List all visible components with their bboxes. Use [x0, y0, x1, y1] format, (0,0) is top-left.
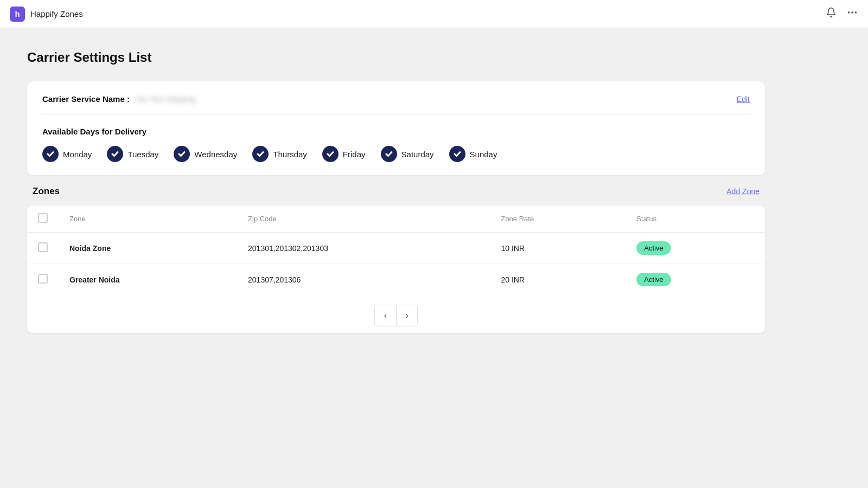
day-label-wednesday: Wednesday [194, 150, 237, 159]
day-item-sunday: Sunday [449, 146, 497, 162]
table-row: Greater Noida 201307,201306 20 INR Activ… [27, 264, 765, 296]
day-label-monday: Monday [63, 150, 92, 159]
topbar: h Happify Zones [0, 0, 868, 28]
carrier-name-row: Carrier Service Name : Tes Test Shipping… [42, 94, 750, 115]
day-check-saturday [381, 146, 397, 162]
day-check-tuesday [107, 146, 123, 162]
pagination-next-button[interactable]: › [396, 305, 418, 326]
table-header-row: Zone Zip Code Zone Rate Status [27, 206, 765, 233]
carrier-name-value: Tes Test Shipping [136, 95, 195, 104]
row-checkbox-cell [27, 264, 59, 296]
col-zonerate: Zone Rate [490, 206, 626, 233]
day-label-saturday: Saturday [401, 150, 434, 159]
status-badge: Active [636, 273, 671, 286]
page-title: Carrier Settings List [27, 50, 765, 65]
row-zipcode-1: 201307,201306 [237, 264, 490, 296]
row-zonerate-0: 10 INR [490, 233, 626, 264]
day-item-tuesday: Tuesday [107, 146, 158, 162]
svg-point-1 [851, 11, 853, 14]
day-item-saturday: Saturday [381, 146, 434, 162]
col-zipcode: Zip Code [237, 206, 490, 233]
day-item-thursday: Thursday [252, 146, 307, 162]
carrier-service-card: Carrier Service Name : Tes Test Shipping… [27, 81, 765, 175]
table-header-checkbox [27, 206, 59, 233]
more-options-icon[interactable] [846, 7, 858, 21]
row-zone-0: Noida Zone [59, 233, 237, 264]
pagination-prev-button[interactable]: ‹ [374, 305, 396, 326]
table-row: Noida Zone 201301,201302,201303 10 INR A… [27, 233, 765, 264]
zones-header: Zones Add Zone [27, 186, 765, 197]
day-check-wednesday [174, 146, 190, 162]
row-checkbox-1[interactable] [38, 274, 48, 284]
delivery-days-title: Available Days for Delivery [42, 127, 750, 136]
carrier-name-left: Carrier Service Name : Tes Test Shipping [42, 94, 195, 104]
delivery-days-section: Available Days for Delivery MondayTuesda… [42, 127, 750, 162]
row-zipcode-0: 201301,201302,201303 [237, 233, 490, 264]
day-label-thursday: Thursday [273, 150, 307, 159]
edit-link[interactable]: Edit [737, 95, 750, 104]
col-status: Status [626, 206, 765, 233]
zones-table: Zone Zip Code Zone Rate Status Noida Zon… [27, 206, 765, 295]
svg-point-2 [855, 11, 857, 14]
svg-point-0 [848, 11, 850, 14]
day-check-sunday [449, 146, 465, 162]
day-item-monday: Monday [42, 146, 92, 162]
day-check-friday [322, 146, 339, 162]
header-checkbox[interactable] [38, 213, 48, 223]
day-label-friday: Friday [343, 150, 366, 159]
day-label-tuesday: Tuesday [127, 150, 158, 159]
carrier-name-label: Carrier Service Name : [42, 94, 130, 104]
status-badge: Active [636, 241, 671, 255]
row-zonerate-1: 20 INR [490, 264, 626, 296]
row-checkbox-cell [27, 233, 59, 264]
pagination-row: ‹ › [27, 295, 765, 333]
day-item-friday: Friday [322, 146, 366, 162]
row-zone-1: Greater Noida [59, 264, 237, 296]
col-zone: Zone [59, 206, 237, 233]
day-label-sunday: Sunday [470, 150, 497, 159]
bell-icon[interactable] [826, 7, 837, 21]
day-item-wednesday: Wednesday [174, 146, 237, 162]
zones-title: Zones [33, 186, 60, 197]
days-row: MondayTuesdayWednesdayThursdayFridaySatu… [42, 146, 750, 162]
app-logo-icon: h [10, 7, 25, 22]
day-check-monday [42, 146, 59, 162]
row-checkbox-0[interactable] [38, 242, 48, 252]
row-status-1: Active [626, 264, 765, 296]
zones-table-wrapper: Zone Zip Code Zone Rate Status Noida Zon… [27, 206, 765, 333]
day-check-thursday [252, 146, 269, 162]
row-status-0: Active [626, 233, 765, 264]
topbar-left: h Happify Zones [10, 7, 83, 22]
add-zone-link[interactable]: Add Zone [726, 187, 760, 196]
app-title: Happify Zones [30, 9, 83, 18]
zones-section: Zones Add Zone Zone Zip Code Zone Rate S… [27, 186, 765, 333]
page-content: Carrier Settings List Carrier Service Na… [0, 28, 792, 355]
topbar-right [826, 7, 858, 21]
